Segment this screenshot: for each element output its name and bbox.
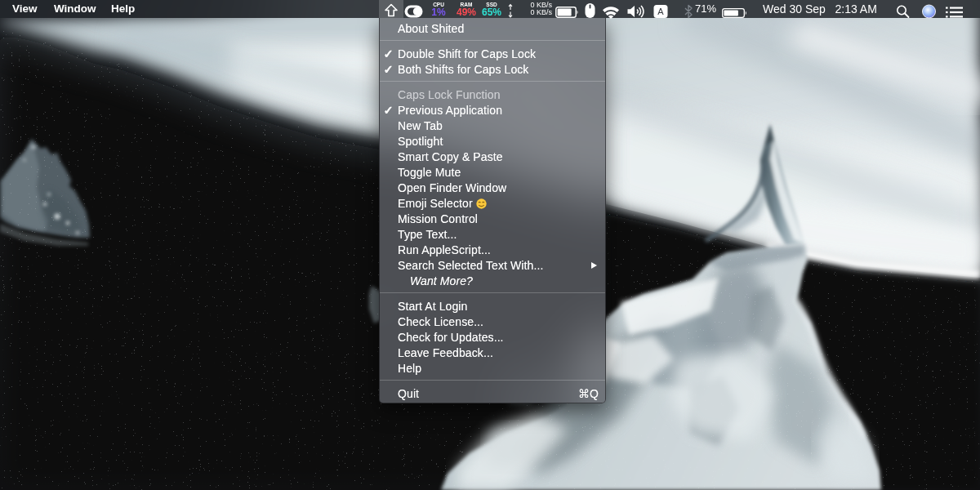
svg-text:A: A <box>657 7 664 16</box>
